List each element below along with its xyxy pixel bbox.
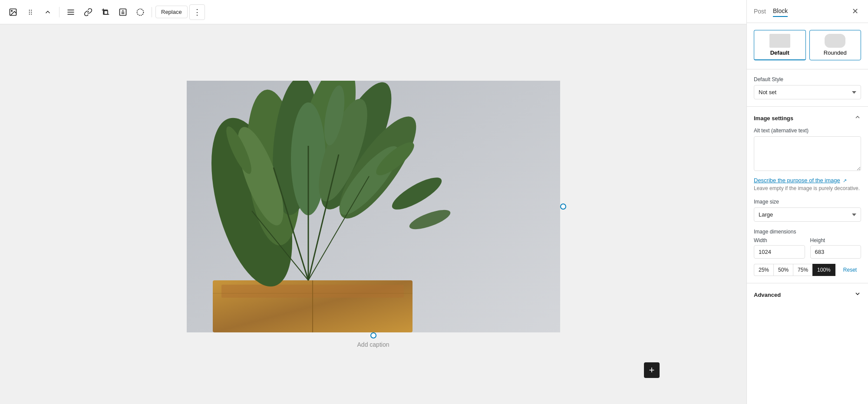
more-dots-icon: ⋮ bbox=[193, 7, 201, 17]
image-settings-header[interactable]: Image settings bbox=[754, 114, 861, 122]
svg-point-1 bbox=[11, 10, 12, 11]
width-label: Width bbox=[754, 237, 805, 243]
alt-text-label: Alt text (alternative text) bbox=[754, 128, 861, 134]
style-rounded-inner: Rounded bbox=[813, 34, 858, 56]
sidebar-close-button[interactable]: ✕ bbox=[849, 5, 861, 17]
height-field: Height bbox=[810, 237, 861, 259]
default-style-label: Default Style bbox=[754, 76, 861, 82]
style-switcher: Default Rounded bbox=[747, 23, 868, 69]
toolbar-divider-1 bbox=[59, 7, 59, 17]
image-size-select[interactable]: Thumbnail Medium Large Full Size bbox=[754, 207, 861, 222]
svg-rect-11 bbox=[104, 10, 108, 14]
svg-point-16 bbox=[137, 9, 144, 15]
pct-25-button[interactable]: 25% bbox=[754, 264, 773, 276]
svg-point-7 bbox=[31, 13, 32, 14]
image-settings-toggle-icon bbox=[854, 114, 861, 122]
advanced-title: Advanced bbox=[754, 292, 781, 298]
image-size-group: Image size Thumbnail Medium Large Full S… bbox=[754, 199, 861, 222]
image-settings-title: Image settings bbox=[754, 115, 793, 122]
style-default-inner: Default bbox=[758, 34, 802, 56]
height-input[interactable] bbox=[810, 245, 861, 259]
style-preview-default bbox=[769, 34, 790, 48]
describe-link-group: Describe the purpose of the image ↗ Leav… bbox=[754, 176, 861, 192]
describe-suffix: Leave empty if the image is purely decor… bbox=[754, 185, 860, 191]
svg-point-5 bbox=[31, 11, 32, 12]
alt-text-field-group: Alt text (alternative text) bbox=[754, 128, 861, 173]
toolbar-divider-2 bbox=[152, 7, 152, 17]
image-icon-btn[interactable] bbox=[5, 4, 21, 20]
more-options-button[interactable]: ⋮ bbox=[189, 4, 205, 20]
svg-point-6 bbox=[29, 13, 30, 14]
advanced-toggle-icon bbox=[854, 290, 861, 299]
svg-point-4 bbox=[29, 11, 30, 12]
crop-btn[interactable] bbox=[98, 4, 113, 20]
pct-75-button[interactable]: 75% bbox=[793, 264, 812, 276]
plant-svg bbox=[187, 81, 560, 332]
percent-buttons-group: 25% 50% 75% 100% Reset bbox=[754, 264, 861, 276]
style-option-default[interactable]: Default bbox=[754, 30, 806, 60]
drag-handle-btn[interactable] bbox=[23, 4, 38, 20]
pct-50-button[interactable]: 50% bbox=[773, 264, 793, 276]
toolbar: Replace ⋮ bbox=[0, 0, 746, 24]
external-link-icon: ↗ bbox=[843, 178, 847, 183]
select-circle-btn[interactable] bbox=[132, 4, 148, 20]
text-overlay-btn[interactable] bbox=[115, 4, 131, 20]
replace-button[interactable]: Replace bbox=[155, 6, 188, 18]
image-container bbox=[187, 81, 560, 332]
main-content: Replace ⋮ bbox=[0, 0, 746, 404]
default-style-section: Default Style Not set Default Rounded bbox=[747, 69, 868, 107]
image-settings-section: Image settings Alt text (alternative tex… bbox=[747, 107, 868, 283]
dimensions-row: Width Height bbox=[754, 237, 861, 259]
tab-post[interactable]: Post bbox=[754, 6, 766, 17]
style-default-label: Default bbox=[770, 49, 789, 56]
sidebar: Post Block ✕ Default Rounded bbox=[746, 0, 868, 404]
tab-block[interactable]: Block bbox=[773, 6, 788, 17]
image-size-label: Image size bbox=[754, 199, 861, 205]
sidebar-header: Post Block ✕ bbox=[747, 0, 868, 23]
main-image[interactable] bbox=[187, 81, 560, 332]
image-dimensions-group: Image dimensions Width Height 25% bbox=[754, 229, 861, 276]
percent-buttons: 25% 50% 75% 100% bbox=[754, 264, 835, 276]
image-caption[interactable]: Add caption bbox=[357, 341, 389, 348]
image-dimensions-title: Image dimensions bbox=[754, 229, 861, 235]
sidebar-body: Default Rounded Default Style Not set De… bbox=[747, 23, 868, 404]
resize-handle-bottom[interactable] bbox=[370, 332, 376, 338]
link-btn[interactable] bbox=[80, 4, 96, 20]
move-up-down-btn[interactable] bbox=[40, 4, 56, 20]
width-input[interactable] bbox=[754, 245, 805, 259]
pct-100-button[interactable]: 100% bbox=[812, 264, 835, 276]
svg-point-2 bbox=[29, 10, 30, 10]
style-rounded-label: Rounded bbox=[824, 49, 847, 56]
advanced-section: Advanced bbox=[747, 283, 868, 306]
describe-purpose-link[interactable]: Describe the purpose of the image bbox=[754, 177, 840, 184]
style-options: Default Rounded bbox=[754, 30, 861, 60]
sidebar-tabs: Post Block bbox=[754, 6, 788, 17]
style-option-rounded[interactable]: Rounded bbox=[809, 30, 861, 60]
close-icon: ✕ bbox=[852, 7, 858, 16]
height-label: Height bbox=[810, 237, 861, 243]
align-btn[interactable] bbox=[63, 4, 79, 20]
svg-point-3 bbox=[31, 10, 32, 10]
advanced-header[interactable]: Advanced bbox=[754, 290, 861, 299]
image-area: Add caption bbox=[0, 24, 746, 404]
reset-button[interactable]: Reset bbox=[839, 264, 861, 276]
width-field: Width bbox=[754, 237, 805, 259]
resize-handle-right[interactable] bbox=[560, 204, 566, 210]
default-style-select[interactable]: Not set Default Rounded bbox=[754, 85, 861, 99]
add-block-button[interactable]: + bbox=[644, 362, 660, 378]
alt-text-input[interactable] bbox=[754, 136, 861, 171]
style-preview-rounded bbox=[825, 34, 845, 48]
